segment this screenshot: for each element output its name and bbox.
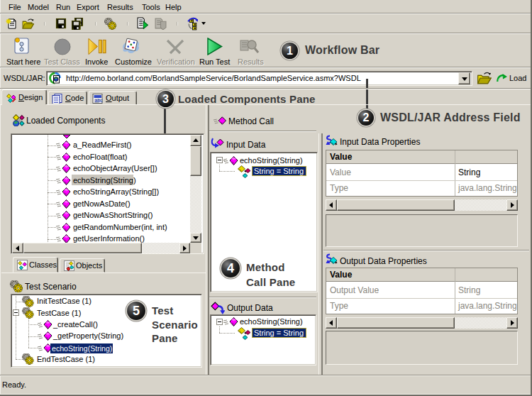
svg-text:abc: abc [95, 98, 104, 103]
